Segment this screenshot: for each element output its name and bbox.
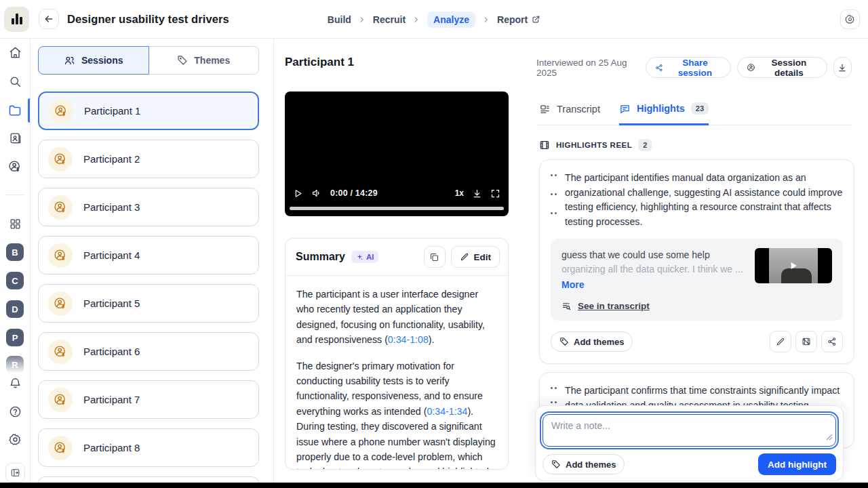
help-icon — [9, 405, 22, 418]
breadcrumb-analyze[interactable]: Analyze — [427, 12, 475, 28]
share-icon — [655, 63, 663, 73]
participant-name: Participant 1 — [84, 105, 140, 117]
copy-icon — [429, 252, 439, 262]
session-item-participant-5[interactable]: Participant 5 — [38, 284, 259, 323]
nav-search[interactable] — [0, 75, 30, 88]
ai-badge: AI — [351, 251, 379, 263]
share-highlight-button[interactable] — [821, 331, 843, 352]
nav-contacts[interactable] — [0, 131, 30, 144]
session-heading: Participant 1 — [285, 56, 514, 69]
note-input[interactable] — [542, 414, 836, 447]
play-icon — [788, 260, 799, 271]
edit-highlight-button[interactable] — [770, 331, 791, 352]
video-controls: 0:00 / 14:29 1x — [293, 188, 500, 199]
session-item-participant-3[interactable]: Participant 3 — [38, 188, 259, 226]
highlights-count-badge: 23 — [691, 102, 709, 115]
sessions-panel: Sessions Themes Participant 1 Participan… — [31, 39, 274, 483]
tag-icon — [177, 55, 188, 66]
folder-icon — [8, 104, 22, 117]
download-session-button[interactable] — [833, 57, 852, 78]
external-link-icon — [532, 15, 540, 24]
tab-highlights[interactable]: Highlights 23 — [619, 102, 709, 125]
download-icon[interactable] — [472, 188, 482, 199]
highlights-icon — [619, 103, 631, 115]
see-in-transcript[interactable]: See in transcript — [561, 301, 832, 311]
see-in-transcript-label: See in transcript — [578, 301, 650, 311]
space-chip-c[interactable]: C — [0, 272, 30, 289]
nav-help[interactable] — [0, 405, 30, 418]
tab-transcript-label: Transcript — [557, 104, 600, 115]
tab-transcript[interactable]: Transcript — [539, 102, 600, 125]
more-link[interactable]: More — [561, 278, 745, 292]
nav-settings[interactable] — [0, 433, 30, 446]
space-chip-d[interactable]: D — [0, 300, 30, 318]
tab-themes[interactable]: Themes — [149, 46, 260, 75]
participant-avatar — [48, 436, 73, 460]
video-player[interactable]: 0:00 / 14:29 1x — [285, 92, 509, 216]
session-details-button[interactable]: Session details — [737, 57, 827, 78]
settings-button[interactable] — [840, 9, 860, 29]
tag-icon — [559, 337, 569, 346]
tag-icon — [551, 460, 561, 469]
copy-summary-button[interactable] — [424, 246, 446, 268]
highlights-reel-label: HIGHLIGHTS REEL — [556, 141, 632, 149]
back-button[interactable] — [39, 9, 59, 29]
fullscreen-icon[interactable] — [490, 188, 500, 199]
playback-speed[interactable]: 1x — [455, 188, 464, 198]
breadcrumb-report-label: Report — [497, 14, 528, 25]
volume-icon[interactable] — [311, 188, 322, 199]
session-header: Interviewed on 25 Aug 2025 Share session… — [536, 57, 852, 78]
nav-apps[interactable] — [0, 218, 30, 230]
tab-sessions[interactable]: Sessions — [38, 46, 149, 75]
participant-avatar — [48, 291, 73, 316]
share-session-button[interactable]: Share session — [646, 57, 731, 78]
edit-summary-button[interactable]: Edit — [451, 246, 500, 268]
person-dollar-icon — [54, 441, 67, 455]
session-item-participant-8[interactable]: Participant 8 — [38, 428, 259, 467]
add-themes-button[interactable]: Add themes — [551, 331, 633, 352]
content-tabs: Transcript Highlights 23 — [536, 102, 852, 125]
space-chip-b[interactable]: B — [0, 243, 30, 261]
id-badge-icon — [9, 131, 22, 144]
rail-divider — [5, 195, 24, 195]
session-item-participant-2[interactable]: Participant 2 — [38, 140, 259, 178]
space-chip-p[interactable]: P — [0, 329, 30, 346]
participant-avatar — [48, 340, 73, 364]
person-dollar-icon — [8, 160, 22, 174]
drag-handle[interactable] — [551, 174, 557, 229]
play-icon[interactable] — [293, 188, 303, 199]
nav-projects[interactable] — [0, 104, 30, 117]
gear-icon — [9, 433, 22, 446]
participant-name: Participant 5 — [83, 298, 140, 309]
add-highlight-button[interactable]: Add highlight — [758, 453, 836, 475]
nav-notifications[interactable] — [0, 377, 30, 390]
nav-home[interactable] — [0, 46, 30, 59]
ai-badge-label: AI — [366, 253, 374, 261]
participant-avatar — [48, 195, 73, 220]
breadcrumb-report[interactable]: Report — [497, 14, 540, 25]
session-item-participant-4[interactable]: Participant 4 — [38, 236, 259, 274]
edit-button-label: Edit — [474, 252, 492, 262]
clip-thumbnail[interactable] — [755, 248, 832, 283]
search-icon — [9, 75, 22, 88]
composer-add-themes-button[interactable]: Add themes — [542, 454, 625, 474]
breadcrumb-build[interactable]: Build — [328, 14, 351, 25]
video-progress-bar[interactable] — [290, 207, 504, 210]
remove-from-reel-button[interactable] — [795, 331, 817, 352]
app-logo[interactable] — [4, 7, 29, 32]
share-session-label: Share session — [669, 58, 722, 78]
person-dollar-icon — [54, 249, 67, 262]
session-item-participant-1[interactable]: Participant 1 — [38, 92, 259, 130]
film-slash-icon — [802, 337, 811, 346]
tab-themes-label: Themes — [194, 55, 230, 66]
collapse-sidebar-button[interactable] — [5, 463, 25, 483]
breadcrumb-recruit[interactable]: Recruit — [373, 14, 406, 25]
highlights-reel-header: HIGHLIGHTS REEL 2 — [536, 139, 852, 151]
session-item-participant-7[interactable]: Participant 7 — [38, 380, 259, 419]
session-item-partial[interactable] — [38, 476, 259, 483]
add-themes-label: Add themes — [574, 337, 624, 347]
timestamp-link[interactable]: 0:34-1:34 — [427, 406, 467, 417]
session-item-participant-6[interactable]: Participant 6 — [38, 332, 259, 371]
nav-payments[interactable] — [0, 160, 30, 174]
timestamp-link[interactable]: 0:34-1:08 — [388, 334, 429, 345]
